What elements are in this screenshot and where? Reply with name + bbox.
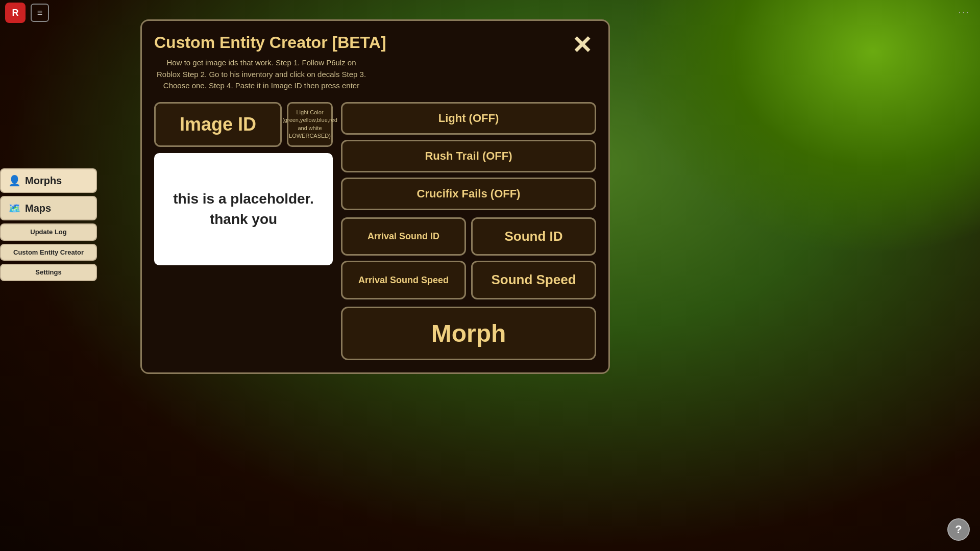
help-button[interactable]: ?: [947, 518, 970, 541]
custom-entity-modal: Custom Entity Creator [BETA] How to get …: [140, 19, 610, 374]
sidebar-item-morphs[interactable]: 👤 Morphs: [0, 168, 97, 193]
modal-description: How to get image ids that work. Step 1. …: [154, 57, 369, 92]
right-column: Light (OFF) Rush Trail (OFF) Crucifix Fa…: [341, 102, 596, 361]
person-icon: 👤: [8, 174, 21, 187]
morph-button[interactable]: Morph: [341, 307, 596, 360]
sidebar: 👤 Morphs 🗺️ Maps Update Log Custom Entit…: [0, 168, 97, 281]
sidebar-item-settings[interactable]: Settings: [0, 264, 97, 281]
sidebar-customentity-label: Custom Entity Creator: [13, 248, 84, 256]
sidebar-item-custom-entity[interactable]: Custom Entity Creator: [0, 244, 97, 261]
sidebar-updatelog-label: Update Log: [30, 228, 67, 236]
rush-trail-toggle-button[interactable]: Rush Trail (OFF): [341, 140, 596, 172]
modal-title: Custom Entity Creator [BETA]: [154, 33, 386, 52]
map-icon: 🗺️: [8, 202, 21, 214]
light-toggle-button[interactable]: Light (OFF): [341, 102, 596, 135]
roblox-icon: R: [5, 3, 26, 23]
more-options[interactable]: ···: [958, 6, 970, 18]
modal-header: Custom Entity Creator [BETA] How to get …: [154, 33, 596, 92]
arrival-sound-speed-button[interactable]: Arrival Sound Speed: [341, 261, 466, 299]
close-button[interactable]: ✕: [568, 33, 596, 58]
modal-header-left: Custom Entity Creator [BETA] How to get …: [154, 33, 386, 92]
left-column: Image ID Light Color (green,yellow,blue,…: [154, 102, 333, 361]
sidebar-item-maps[interactable]: 🗺️ Maps: [0, 196, 97, 220]
crucifix-toggle-button[interactable]: Crucifix Fails (OFF): [341, 178, 596, 210]
sound-speed-button[interactable]: Sound Speed: [471, 261, 596, 299]
light-color-label: Light Color (green,yellow,blue,red and w…: [282, 109, 337, 140]
light-color-box: Light Color (green,yellow,blue,red and w…: [287, 102, 333, 147]
sidebar-morphs-label: Morphs: [25, 175, 62, 187]
sidebar-settings-label: Settings: [35, 268, 61, 276]
placeholder-display: this is a placeholder. thank you: [154, 153, 333, 265]
modal-body: Image ID Light Color (green,yellow,blue,…: [154, 102, 596, 361]
chat-icon[interactable]: ≡: [31, 4, 49, 22]
image-id-button[interactable]: Image ID: [154, 102, 282, 147]
sound-grid: Arrival Sound ID Sound ID Arrival Sound …: [341, 217, 596, 300]
arrival-sound-id-button[interactable]: Arrival Sound ID: [341, 217, 466, 256]
placeholder-text: this is a placeholder. thank you: [164, 189, 323, 229]
image-id-row: Image ID Light Color (green,yellow,blue,…: [154, 102, 333, 147]
sound-id-button[interactable]: Sound ID: [471, 217, 596, 256]
sidebar-item-update-log[interactable]: Update Log: [0, 223, 97, 241]
sidebar-maps-label: Maps: [25, 203, 51, 214]
